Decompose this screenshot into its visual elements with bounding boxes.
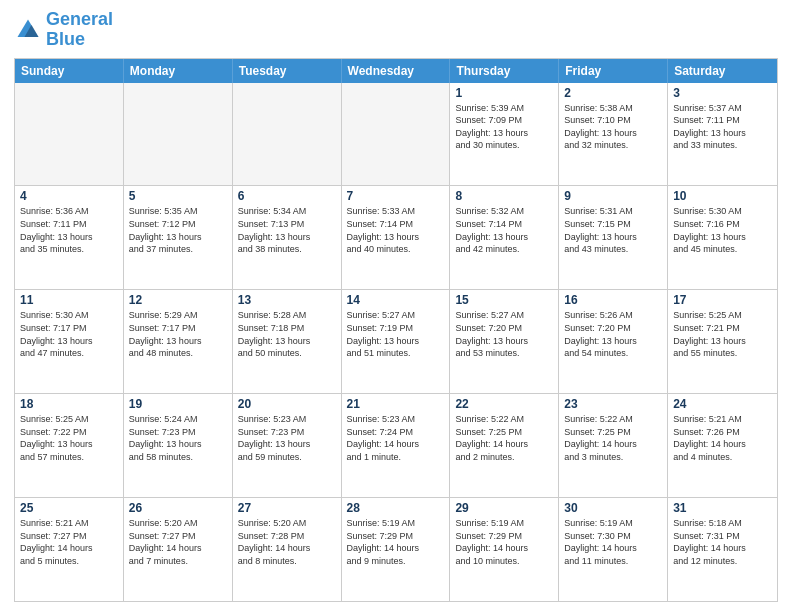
day-cell-9: 9Sunrise: 5:31 AM Sunset: 7:15 PM Daylig… (559, 186, 668, 289)
day-info: Sunrise: 5:19 AM Sunset: 7:29 PM Dayligh… (347, 517, 445, 567)
day-number: 24 (673, 397, 772, 411)
day-cell-24: 24Sunrise: 5:21 AM Sunset: 7:26 PM Dayli… (668, 394, 777, 497)
day-cell-6: 6Sunrise: 5:34 AM Sunset: 7:13 PM Daylig… (233, 186, 342, 289)
day-cell-empty (342, 83, 451, 186)
logo-icon (14, 16, 42, 44)
day-cell-12: 12Sunrise: 5:29 AM Sunset: 7:17 PM Dayli… (124, 290, 233, 393)
day-number: 5 (129, 189, 227, 203)
day-info: Sunrise: 5:36 AM Sunset: 7:11 PM Dayligh… (20, 205, 118, 255)
day-number: 20 (238, 397, 336, 411)
day-info: Sunrise: 5:25 AM Sunset: 7:22 PM Dayligh… (20, 413, 118, 463)
day-info: Sunrise: 5:30 AM Sunset: 7:16 PM Dayligh… (673, 205, 772, 255)
calendar: SundayMondayTuesdayWednesdayThursdayFrid… (14, 58, 778, 602)
day-cell-15: 15Sunrise: 5:27 AM Sunset: 7:20 PM Dayli… (450, 290, 559, 393)
calendar-row-5: 25Sunrise: 5:21 AM Sunset: 7:27 PM Dayli… (15, 497, 777, 601)
day-info: Sunrise: 5:29 AM Sunset: 7:17 PM Dayligh… (129, 309, 227, 359)
day-number: 27 (238, 501, 336, 515)
day-info: Sunrise: 5:23 AM Sunset: 7:23 PM Dayligh… (238, 413, 336, 463)
day-number: 9 (564, 189, 662, 203)
day-info: Sunrise: 5:18 AM Sunset: 7:31 PM Dayligh… (673, 517, 772, 567)
day-info: Sunrise: 5:27 AM Sunset: 7:19 PM Dayligh… (347, 309, 445, 359)
day-number: 26 (129, 501, 227, 515)
day-info: Sunrise: 5:27 AM Sunset: 7:20 PM Dayligh… (455, 309, 553, 359)
day-info: Sunrise: 5:38 AM Sunset: 7:10 PM Dayligh… (564, 102, 662, 152)
day-info: Sunrise: 5:22 AM Sunset: 7:25 PM Dayligh… (564, 413, 662, 463)
day-number: 17 (673, 293, 772, 307)
day-number: 29 (455, 501, 553, 515)
day-cell-10: 10Sunrise: 5:30 AM Sunset: 7:16 PM Dayli… (668, 186, 777, 289)
day-cell-2: 2Sunrise: 5:38 AM Sunset: 7:10 PM Daylig… (559, 83, 668, 186)
day-cell-13: 13Sunrise: 5:28 AM Sunset: 7:18 PM Dayli… (233, 290, 342, 393)
calendar-row-1: 1Sunrise: 5:39 AM Sunset: 7:09 PM Daylig… (15, 83, 777, 186)
day-number: 1 (455, 86, 553, 100)
day-cell-26: 26Sunrise: 5:20 AM Sunset: 7:27 PM Dayli… (124, 498, 233, 601)
day-info: Sunrise: 5:34 AM Sunset: 7:13 PM Dayligh… (238, 205, 336, 255)
logo: General Blue (14, 10, 113, 50)
day-info: Sunrise: 5:19 AM Sunset: 7:29 PM Dayligh… (455, 517, 553, 567)
day-cell-19: 19Sunrise: 5:24 AM Sunset: 7:23 PM Dayli… (124, 394, 233, 497)
calendar-header: SundayMondayTuesdayWednesdayThursdayFrid… (15, 59, 777, 83)
day-info: Sunrise: 5:37 AM Sunset: 7:11 PM Dayligh… (673, 102, 772, 152)
day-info: Sunrise: 5:26 AM Sunset: 7:20 PM Dayligh… (564, 309, 662, 359)
day-info: Sunrise: 5:20 AM Sunset: 7:28 PM Dayligh… (238, 517, 336, 567)
day-header-saturday: Saturday (668, 59, 777, 83)
day-cell-empty (124, 83, 233, 186)
day-cell-20: 20Sunrise: 5:23 AM Sunset: 7:23 PM Dayli… (233, 394, 342, 497)
day-header-friday: Friday (559, 59, 668, 83)
day-number: 15 (455, 293, 553, 307)
day-number: 23 (564, 397, 662, 411)
day-cell-16: 16Sunrise: 5:26 AM Sunset: 7:20 PM Dayli… (559, 290, 668, 393)
day-header-thursday: Thursday (450, 59, 559, 83)
day-cell-31: 31Sunrise: 5:18 AM Sunset: 7:31 PM Dayli… (668, 498, 777, 601)
day-cell-25: 25Sunrise: 5:21 AM Sunset: 7:27 PM Dayli… (15, 498, 124, 601)
day-header-tuesday: Tuesday (233, 59, 342, 83)
day-info: Sunrise: 5:25 AM Sunset: 7:21 PM Dayligh… (673, 309, 772, 359)
day-info: Sunrise: 5:31 AM Sunset: 7:15 PM Dayligh… (564, 205, 662, 255)
day-info: Sunrise: 5:23 AM Sunset: 7:24 PM Dayligh… (347, 413, 445, 463)
day-number: 3 (673, 86, 772, 100)
day-cell-23: 23Sunrise: 5:22 AM Sunset: 7:25 PM Dayli… (559, 394, 668, 497)
day-info: Sunrise: 5:21 AM Sunset: 7:26 PM Dayligh… (673, 413, 772, 463)
calendar-row-4: 18Sunrise: 5:25 AM Sunset: 7:22 PM Dayli… (15, 393, 777, 497)
day-info: Sunrise: 5:28 AM Sunset: 7:18 PM Dayligh… (238, 309, 336, 359)
day-cell-empty (15, 83, 124, 186)
logo-text: General Blue (46, 10, 113, 50)
day-info: Sunrise: 5:30 AM Sunset: 7:17 PM Dayligh… (20, 309, 118, 359)
day-header-sunday: Sunday (15, 59, 124, 83)
day-cell-1: 1Sunrise: 5:39 AM Sunset: 7:09 PM Daylig… (450, 83, 559, 186)
day-info: Sunrise: 5:32 AM Sunset: 7:14 PM Dayligh… (455, 205, 553, 255)
day-number: 6 (238, 189, 336, 203)
day-cell-30: 30Sunrise: 5:19 AM Sunset: 7:30 PM Dayli… (559, 498, 668, 601)
day-info: Sunrise: 5:33 AM Sunset: 7:14 PM Dayligh… (347, 205, 445, 255)
day-number: 22 (455, 397, 553, 411)
day-number: 30 (564, 501, 662, 515)
day-cell-21: 21Sunrise: 5:23 AM Sunset: 7:24 PM Dayli… (342, 394, 451, 497)
day-number: 14 (347, 293, 445, 307)
day-cell-11: 11Sunrise: 5:30 AM Sunset: 7:17 PM Dayli… (15, 290, 124, 393)
calendar-row-3: 11Sunrise: 5:30 AM Sunset: 7:17 PM Dayli… (15, 289, 777, 393)
day-number: 8 (455, 189, 553, 203)
day-info: Sunrise: 5:35 AM Sunset: 7:12 PM Dayligh… (129, 205, 227, 255)
day-number: 16 (564, 293, 662, 307)
calendar-body: 1Sunrise: 5:39 AM Sunset: 7:09 PM Daylig… (15, 83, 777, 601)
day-number: 25 (20, 501, 118, 515)
day-info: Sunrise: 5:20 AM Sunset: 7:27 PM Dayligh… (129, 517, 227, 567)
day-number: 18 (20, 397, 118, 411)
day-cell-27: 27Sunrise: 5:20 AM Sunset: 7:28 PM Dayli… (233, 498, 342, 601)
day-header-wednesday: Wednesday (342, 59, 451, 83)
header: General Blue (14, 10, 778, 50)
day-info: Sunrise: 5:39 AM Sunset: 7:09 PM Dayligh… (455, 102, 553, 152)
day-number: 21 (347, 397, 445, 411)
day-info: Sunrise: 5:21 AM Sunset: 7:27 PM Dayligh… (20, 517, 118, 567)
day-cell-4: 4Sunrise: 5:36 AM Sunset: 7:11 PM Daylig… (15, 186, 124, 289)
day-info: Sunrise: 5:22 AM Sunset: 7:25 PM Dayligh… (455, 413, 553, 463)
day-cell-3: 3Sunrise: 5:37 AM Sunset: 7:11 PM Daylig… (668, 83, 777, 186)
day-number: 2 (564, 86, 662, 100)
day-header-monday: Monday (124, 59, 233, 83)
day-number: 10 (673, 189, 772, 203)
day-cell-empty (233, 83, 342, 186)
day-number: 11 (20, 293, 118, 307)
day-cell-22: 22Sunrise: 5:22 AM Sunset: 7:25 PM Dayli… (450, 394, 559, 497)
day-cell-29: 29Sunrise: 5:19 AM Sunset: 7:29 PM Dayli… (450, 498, 559, 601)
day-info: Sunrise: 5:19 AM Sunset: 7:30 PM Dayligh… (564, 517, 662, 567)
